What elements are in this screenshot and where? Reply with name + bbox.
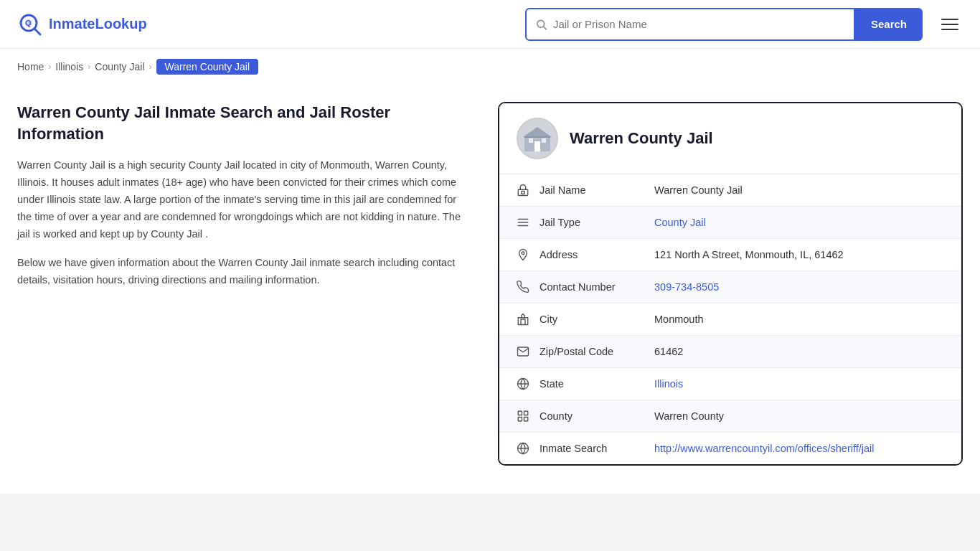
jail-avatar bbox=[517, 118, 558, 159]
right-panel: Warren County Jail Jail NameWarren Count… bbox=[498, 102, 963, 466]
left-panel: Warren County Jail Inmate Search and Jai… bbox=[17, 102, 476, 466]
county-icon bbox=[517, 410, 540, 423]
svg-rect-14 bbox=[522, 192, 525, 194]
chevron-icon-1: › bbox=[48, 62, 51, 72]
info-row: Jail TypeCounty Jail bbox=[499, 207, 961, 239]
page-description-1: Warren County Jail is a high security Co… bbox=[17, 157, 462, 243]
row-value: Warren County Jail bbox=[654, 184, 944, 196]
zip-icon bbox=[517, 345, 540, 358]
chevron-icon-3: › bbox=[149, 62, 152, 72]
search-input-wrapper bbox=[525, 8, 855, 41]
row-value: 121 North A Street, Monmouth, IL, 61462 bbox=[654, 249, 944, 260]
hamburger-menu[interactable] bbox=[937, 14, 963, 34]
main-content: Warren County Jail Inmate Search and Jai… bbox=[0, 85, 980, 483]
hamburger-line-3 bbox=[941, 29, 958, 30]
row-value: Warren County bbox=[654, 410, 944, 422]
row-label: City bbox=[540, 314, 654, 325]
hamburger-line-2 bbox=[941, 24, 958, 25]
breadcrumb-illinois[interactable]: Illinois bbox=[55, 61, 83, 72]
page-description-2: Below we have given information about th… bbox=[17, 255, 462, 289]
svg-point-18 bbox=[522, 252, 524, 255]
row-value: Illinois bbox=[654, 378, 944, 390]
info-row: StateIllinois bbox=[499, 368, 961, 400]
row-value-link[interactable]: 309-734-8505 bbox=[654, 281, 719, 293]
svg-rect-19 bbox=[518, 318, 528, 325]
search-icon bbox=[535, 18, 547, 31]
svg-rect-9 bbox=[534, 141, 540, 151]
svg-point-4 bbox=[537, 20, 545, 27]
search-area: Search bbox=[525, 8, 923, 41]
row-value: 309-734-8505 bbox=[654, 281, 944, 293]
row-label: Inmate Search bbox=[540, 443, 654, 454]
svg-rect-23 bbox=[524, 411, 528, 415]
page-title: Warren County Jail Inmate Search and Jai… bbox=[17, 102, 462, 144]
state-icon bbox=[517, 377, 540, 390]
row-label: Jail Type bbox=[540, 217, 654, 228]
search-button[interactable]: Search bbox=[855, 8, 923, 41]
row-value: 61462 bbox=[654, 346, 944, 357]
row-label: Jail Name bbox=[540, 184, 654, 196]
svg-rect-22 bbox=[518, 411, 522, 415]
svg-rect-25 bbox=[518, 418, 522, 421]
info-row: CountyWarren County bbox=[499, 400, 961, 433]
info-table: Jail NameWarren County JailJail TypeCoun… bbox=[499, 174, 961, 464]
footer-area bbox=[0, 494, 980, 551]
row-label: Address bbox=[540, 249, 654, 260]
info-card: Warren County Jail Jail NameWarren Count… bbox=[498, 102, 963, 466]
svg-rect-24 bbox=[524, 418, 528, 421]
svg-marker-8 bbox=[523, 127, 552, 137]
search-input[interactable] bbox=[553, 18, 845, 30]
logo-icon: Q bbox=[17, 11, 43, 37]
jail-icon bbox=[517, 184, 540, 197]
row-value: Monmouth bbox=[654, 314, 944, 325]
svg-rect-13 bbox=[518, 189, 528, 195]
row-value-link[interactable]: County Jail bbox=[654, 217, 706, 228]
phone-icon bbox=[517, 281, 540, 293]
row-value-link[interactable]: Illinois bbox=[654, 378, 683, 390]
svg-rect-11 bbox=[542, 138, 546, 143]
svg-line-1 bbox=[34, 29, 40, 34]
info-row: Address121 North A Street, Monmouth, IL,… bbox=[499, 239, 961, 271]
chevron-icon-2: › bbox=[88, 62, 90, 72]
svg-text:Q: Q bbox=[25, 19, 32, 27]
row-value: http://www.warrencountyil.com/offices/sh… bbox=[654, 443, 944, 454]
info-row: Zip/Postal Code61462 bbox=[499, 336, 961, 368]
row-label: Zip/Postal Code bbox=[540, 346, 654, 357]
web-icon bbox=[517, 442, 540, 455]
logo-text: InmateLookup bbox=[49, 16, 147, 32]
row-label: County bbox=[540, 410, 654, 422]
breadcrumb-active: Warren County Jail bbox=[156, 59, 259, 75]
hamburger-line-1 bbox=[941, 19, 958, 20]
header: Q InmateLookup Search bbox=[0, 0, 980, 49]
type-icon bbox=[517, 216, 540, 229]
info-row: Contact Number309-734-8505 bbox=[499, 271, 961, 303]
info-row: Inmate Searchhttp://www.warrencountyil.c… bbox=[499, 433, 961, 464]
info-row: CityMonmouth bbox=[499, 303, 961, 336]
city-icon bbox=[517, 313, 540, 326]
breadcrumb-county-jail[interactable]: County Jail bbox=[95, 61, 144, 72]
row-value: County Jail bbox=[654, 217, 944, 228]
logo-area: Q InmateLookup bbox=[17, 11, 147, 37]
breadcrumb: Home › Illinois › County Jail › Warren C… bbox=[0, 49, 980, 85]
svg-line-5 bbox=[544, 27, 547, 29]
address-icon bbox=[517, 248, 540, 261]
row-value-link[interactable]: http://www.warrencountyil.com/offices/sh… bbox=[654, 443, 875, 454]
svg-rect-12 bbox=[524, 136, 550, 138]
logo-suffix: Lookup bbox=[95, 16, 146, 32]
card-header: Warren County Jail bbox=[499, 103, 961, 174]
breadcrumb-home[interactable]: Home bbox=[17, 61, 44, 72]
row-label: Contact Number bbox=[540, 281, 654, 293]
card-jail-name: Warren County Jail bbox=[570, 129, 713, 148]
logo-prefix: Inmate bbox=[49, 16, 95, 32]
row-label: State bbox=[540, 378, 654, 390]
info-row: Jail NameWarren County Jail bbox=[499, 174, 961, 207]
jail-building-icon bbox=[522, 123, 553, 154]
svg-rect-10 bbox=[529, 138, 533, 143]
